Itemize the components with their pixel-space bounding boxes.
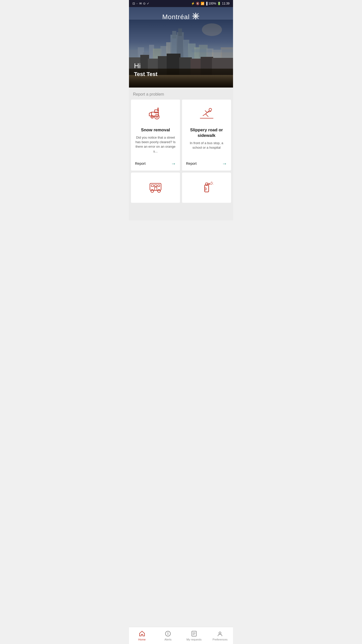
card3[interactable]: [131, 173, 180, 203]
bluetooth-icon: ⚡: [191, 2, 195, 5]
svg-rect-30: [192, 49, 233, 52]
status-icon-camera: ⊙: [143, 2, 146, 5]
status-icon-mail: ✉: [139, 2, 142, 5]
svg-point-69: [211, 182, 211, 183]
status-left-icons: ⊡ ·· ✉ ⊙ ✓: [132, 2, 149, 5]
svg-point-70: [212, 183, 212, 184]
svg-rect-66: [205, 185, 209, 192]
card3-icon: [135, 179, 176, 196]
svg-point-72: [212, 182, 213, 183]
mute-icon: 🔇: [196, 2, 200, 5]
svg-point-50: [151, 115, 154, 118]
snow-removal-report-label: Report: [135, 162, 146, 166]
status-icon-screen: ⊡: [132, 2, 135, 5]
slippery-road-footer: Report →: [186, 158, 227, 167]
snow-removal-footer: Report →: [135, 158, 176, 167]
svg-rect-68: [208, 183, 210, 184]
slippery-road-arrow[interactable]: →: [222, 161, 227, 167]
time-display: 11:39: [222, 2, 230, 5]
svg-point-1: [202, 23, 222, 36]
slippery-road-card[interactable]: Slippery road or sidewalk In front of a …: [182, 100, 231, 171]
slippery-road-report-label: Report: [186, 162, 197, 166]
svg-point-51: [152, 116, 153, 117]
wifi-icon: 📶: [201, 2, 204, 5]
svg-line-57: [205, 114, 208, 116]
status-right-icons: ⚡ 🔇 📶 ▐ 100% 🔋 11:39: [191, 2, 230, 5]
svg-rect-62: [158, 185, 159, 186]
snow-removal-description: Did you notice that a street has been po…: [135, 135, 176, 154]
svg-point-74: [211, 184, 212, 185]
logo-text: Montréal: [162, 13, 190, 21]
hero-greeting: Hi Test Test: [134, 62, 157, 77]
battery-icon: 🔋: [217, 2, 221, 5]
logo-icon: [192, 12, 200, 22]
svg-rect-61: [154, 185, 157, 186]
status-bar: ⊡ ·· ✉ ⊙ ✓ ⚡ 🔇 📶 ▐ 100% 🔋 11:39: [129, 0, 233, 7]
greeting-hi: Hi: [134, 62, 157, 70]
svg-line-56: [203, 114, 205, 116]
svg-point-52: [209, 108, 211, 111]
snow-removal-card[interactable]: Snow removal Did you notice that a stree…: [131, 100, 180, 171]
svg-point-71: [211, 182, 212, 182]
section-title: Report a problem: [129, 88, 233, 100]
app-logo: Montréal: [162, 12, 200, 22]
svg-rect-12: [178, 28, 182, 36]
snow-removal-arrow[interactable]: →: [171, 161, 176, 167]
greeting-name: Test Test: [134, 71, 157, 77]
cards-grid: Snow removal Did you notice that a stree…: [129, 100, 233, 203]
signal-icon: ▐: [205, 2, 208, 5]
snow-removal-title: Snow removal: [135, 127, 176, 133]
svg-rect-60: [151, 185, 153, 186]
svg-point-47: [157, 108, 158, 109]
card4-icon: [186, 179, 227, 196]
main-content: Report a problem: [129, 88, 233, 220]
svg-line-55: [205, 111, 207, 113]
status-icon-dot: ··: [136, 2, 138, 5]
slippery-road-title: Slippery road or sidewalk: [186, 127, 227, 138]
hero-section: Montréal Hi Test Test: [129, 7, 233, 88]
svg-point-48: [154, 114, 159, 119]
status-icon-check: ✓: [147, 2, 149, 5]
card4[interactable]: [182, 173, 231, 203]
slippery-road-description: In front of a bus stop, a school or a ho…: [186, 141, 227, 154]
battery-percent: 100%: [208, 2, 216, 5]
svg-rect-63: [154, 187, 157, 190]
svg-rect-75: [205, 188, 206, 190]
svg-rect-10: [172, 31, 176, 38]
snow-removal-icon: [135, 106, 176, 123]
svg-point-73: [213, 184, 213, 184]
slippery-road-icon: [186, 106, 227, 123]
